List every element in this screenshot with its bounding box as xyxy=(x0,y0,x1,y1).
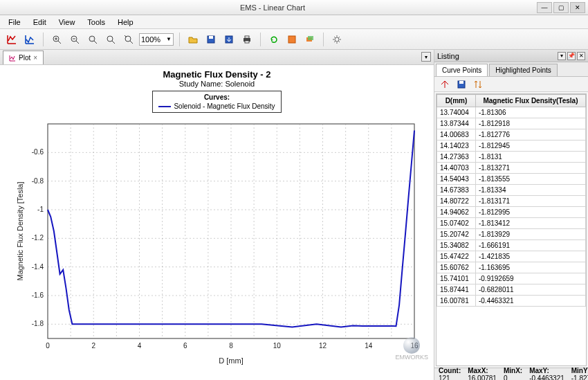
delete-point-icon[interactable] xyxy=(439,78,451,91)
table-row[interactable]: 15.60762-1.163695 xyxy=(437,262,586,273)
table-row[interactable]: 14.14023-1.812945 xyxy=(437,141,586,152)
table-cell: -1.812776 xyxy=(475,129,585,141)
svg-rect-7 xyxy=(209,36,213,39)
table-cell: -1.8131 xyxy=(475,152,585,163)
pin-icon[interactable]: 📌 xyxy=(567,52,576,60)
table-cell: -1.813171 xyxy=(475,196,585,207)
table-row[interactable]: 14.27363-1.8131 xyxy=(437,152,586,163)
tab-close-icon[interactable]: × xyxy=(33,54,37,62)
tab-plot[interactable]: Plot × xyxy=(3,51,44,64)
table-header[interactable]: Magnetic Flux Density(Tesla) xyxy=(475,95,585,107)
chart[interactable]: -0.6-0.8-1-1.2-1.4-1.6-1.80246810121416D… xyxy=(13,117,421,366)
separator xyxy=(260,33,261,46)
theme-icon[interactable] xyxy=(284,32,300,47)
pan-icon[interactable] xyxy=(121,32,136,47)
table-row[interactable]: 15.34082-1.666191 xyxy=(437,240,586,251)
zoom-fit-icon[interactable] xyxy=(85,32,100,47)
table-row[interactable]: 14.94062-1.812995 xyxy=(437,207,586,218)
menu-view[interactable]: View xyxy=(53,17,81,28)
table-cell: -1.81306 xyxy=(475,107,585,118)
table-header[interactable]: D(mm) xyxy=(437,95,476,107)
pane-close-icon[interactable]: ✕ xyxy=(577,52,585,60)
table-cell: -1.813271 xyxy=(475,163,585,174)
svg-text:10: 10 xyxy=(273,342,281,350)
table-cell: -1.813555 xyxy=(475,174,585,185)
tab-label: Plot xyxy=(19,54,30,62)
separator xyxy=(179,33,180,46)
svg-text:-0.6: -0.6 xyxy=(31,148,44,156)
chart-red-icon[interactable] xyxy=(4,32,19,47)
zoom-out-icon[interactable] xyxy=(67,32,82,47)
svg-text:D [mm]: D [mm] xyxy=(219,356,243,365)
sort-icon[interactable] xyxy=(472,78,484,91)
legend-item: Solenoid - Magnetic Flux Density xyxy=(158,102,275,110)
table-cell: 14.40703 xyxy=(437,163,476,174)
menu-help[interactable]: Help xyxy=(112,17,139,28)
svg-text:-1: -1 xyxy=(37,206,44,213)
table-row[interactable]: 16.00781-0.4463321 xyxy=(437,296,586,307)
close-button[interactable]: ✕ xyxy=(570,2,585,13)
svg-text:-1.8: -1.8 xyxy=(31,320,44,327)
subtab-highlighted-points[interactable]: Highlighted Points xyxy=(489,64,558,76)
maximize-button[interactable]: ▢ xyxy=(553,2,569,13)
table-row[interactable]: 15.07402-1.813412 xyxy=(437,218,586,229)
svg-text:Magnetic Flux Density [Tesla]: Magnetic Flux Density [Tesla] xyxy=(16,181,24,280)
print-icon[interactable] xyxy=(239,32,255,47)
open-icon[interactable] xyxy=(185,32,201,47)
menu-file[interactable]: File xyxy=(3,17,26,28)
svg-rect-3 xyxy=(90,37,94,41)
table-cell: -1.812918 xyxy=(475,118,585,129)
export-icon[interactable] xyxy=(221,32,237,47)
layers-icon[interactable] xyxy=(302,32,318,47)
table-row[interactable]: 14.54043-1.813555 xyxy=(437,174,586,185)
legend-series-name: Solenoid - Magnetic Flux Density xyxy=(174,102,275,110)
table-cell: 15.60762 xyxy=(437,262,476,273)
chart-blue-icon[interactable] xyxy=(22,32,37,47)
legend: Curves: Solenoid - Magnetic Flux Density xyxy=(152,91,281,113)
svg-text:6: 6 xyxy=(183,342,187,350)
table-cell: -0.4463321 xyxy=(475,296,585,307)
svg-rect-11 xyxy=(245,41,249,43)
table-cell: -1.812945 xyxy=(475,141,585,152)
zoom-level-input[interactable]: 100%▼ xyxy=(139,33,174,46)
table-cell: -1.812995 xyxy=(475,207,585,218)
save-listing-icon[interactable] xyxy=(455,78,468,91)
refresh-icon[interactable] xyxy=(266,32,282,47)
table-row[interactable]: 14.67383-1.81334 xyxy=(437,185,586,196)
tabstrip-dropdown[interactable]: ▾ xyxy=(421,52,431,62)
listing-header: Listing ▾ 📌 ✕ xyxy=(434,50,588,62)
table-row[interactable]: 15.87441-0.6828011 xyxy=(437,284,586,296)
menu-edit[interactable]: Edit xyxy=(28,17,52,28)
zoom-value: 100% xyxy=(141,35,160,44)
table-cell: -1.81334 xyxy=(475,185,585,196)
table-cell: -1.666191 xyxy=(475,240,585,251)
table-row[interactable]: 14.40703-1.813271 xyxy=(437,163,586,174)
subtab-curve-points[interactable]: Curve Points xyxy=(436,64,488,76)
table-row[interactable]: 15.47422-1.421835 xyxy=(437,251,586,262)
listing-table-wrap[interactable]: D(mm)Magnetic Flux Density(Tesla) 13.740… xyxy=(436,93,587,366)
table-row[interactable]: 15.20742-1.813929 xyxy=(437,229,586,240)
svg-rect-14 xyxy=(308,36,313,40)
table-cell: 14.54043 xyxy=(437,174,476,185)
table-cell: 14.67383 xyxy=(437,185,476,196)
watermark-text: EMWORKS xyxy=(395,354,428,361)
table-row[interactable]: 14.00683-1.812776 xyxy=(437,129,586,141)
zoom-region-icon[interactable] xyxy=(103,32,118,47)
table-cell: -0.6828011 xyxy=(475,284,585,296)
svg-point-15 xyxy=(335,37,339,42)
chevron-down-icon[interactable]: ▼ xyxy=(166,36,172,42)
minimize-button[interactable]: — xyxy=(537,2,552,13)
zoom-in-icon[interactable] xyxy=(49,32,64,47)
save-icon[interactable] xyxy=(203,32,219,47)
table-row[interactable]: 13.74004-1.81306 xyxy=(437,107,586,118)
table-row[interactable]: 14.80722-1.813171 xyxy=(437,196,586,207)
table-row[interactable]: 15.74101-0.9192659 xyxy=(437,273,586,284)
table-cell: -1.813412 xyxy=(475,218,585,229)
settings-icon[interactable] xyxy=(329,32,344,47)
menu-tools[interactable]: Tools xyxy=(82,17,111,28)
table-row[interactable]: 13.87344-1.812918 xyxy=(437,118,586,129)
svg-rect-10 xyxy=(245,36,249,38)
separator xyxy=(323,33,324,46)
pane-dropdown-icon[interactable]: ▾ xyxy=(558,52,566,60)
table-cell: 13.74004 xyxy=(437,107,476,118)
